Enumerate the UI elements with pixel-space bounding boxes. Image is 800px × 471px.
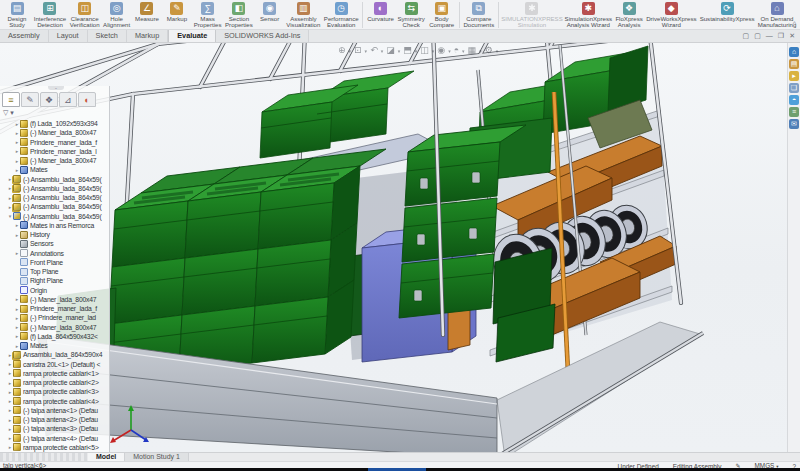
featuremanager-tab[interactable]: ≡: [2, 92, 20, 107]
tree-row[interactable]: ▸Annotations: [0, 249, 108, 258]
dimxpertmanager-tab[interactable]: ⊿: [59, 92, 77, 107]
tree-row[interactable]: ▸Mates in ans Remorca: [0, 221, 108, 230]
tree-row[interactable]: ▸(-) Maner_lada_800x47: [0, 323, 108, 332]
tab-evaluate[interactable]: Evaluate: [168, 30, 216, 42]
tree-row[interactable]: ▸(-) Maner_lada_800x47: [0, 128, 108, 137]
display-style-icon[interactable]: ◫: [420, 44, 429, 57]
splitter-stripes[interactable]: [0, 453, 88, 461]
tree-row[interactable]: ▸(-) talpa antena<2> (Defau: [0, 415, 108, 424]
interference-detection-button[interactable]: ⊞Interference Detection: [32, 1, 68, 29]
chevron-down-icon: ▾: [365, 48, 368, 54]
tab-assembly[interactable]: Assembly: [0, 30, 49, 42]
tree-row[interactable]: Origin: [0, 286, 108, 295]
tab-layout[interactable]: Layout: [49, 30, 88, 42]
design-study-button[interactable]: ▤Design Study▾: [2, 1, 32, 33]
displaymanager-tab[interactable]: ◐: [78, 92, 96, 107]
tree-row[interactable]: ▸(-) Ansamblu_lada_864x59(: [0, 184, 108, 193]
tree-row[interactable]: ▸Prindere_maner_lada_f: [0, 138, 108, 147]
custom-properties-icon[interactable]: ≡: [789, 107, 799, 117]
zoom-fit-icon[interactable]: ⊕: [338, 44, 346, 57]
ribbon-item-label: Clearance Verification: [70, 16, 100, 29]
tree-row[interactable]: ▸rampa protectie cablari<2>: [0, 378, 108, 387]
tree-row[interactable]: ▸canistra 20L<1> (Default) <: [0, 360, 108, 369]
tree-row[interactable]: ▸(-) Maner_lada_800x47: [0, 156, 108, 165]
measure-button[interactable]: ∠Measure: [132, 1, 162, 22]
tree-row[interactable]: ▸rampa protectie cablari<5>: [0, 443, 108, 452]
tree-filter[interactable]: ▽ ▾: [3, 109, 14, 117]
tree-item-label: (-) Maner_lada_800x47: [30, 324, 96, 331]
markup-button[interactable]: ✎Markup: [162, 1, 192, 22]
on-demand-manufacturing-button[interactable]: ⌂On Demand Manufacturing: [756, 1, 798, 29]
tree-row[interactable]: ▸Ansamblu_lada_864x590x4: [0, 350, 108, 359]
appearances-icon[interactable]: ◓: [789, 95, 799, 105]
design-library-icon[interactable]: ▤: [789, 59, 799, 69]
view-settings-icon[interactable]: ⚙: [485, 44, 493, 57]
tree-row[interactable]: ▸History: [0, 230, 108, 239]
tree-row[interactable]: ▸rampa protectie cablari<1>: [0, 369, 108, 378]
symmetry-check-button[interactable]: ⇆Symmetry Check: [396, 1, 427, 29]
previous-view-icon[interactable]: ↶: [370, 44, 378, 57]
panel-collapse-notch[interactable]: ⌄: [48, 86, 64, 90]
restore-button[interactable]: ❐: [778, 31, 784, 41]
hide-show-items-icon[interactable]: ◉: [437, 44, 445, 57]
minimize-button[interactable]: —: [766, 31, 773, 41]
solidworks-resources-icon[interactable]: ⌂: [789, 47, 799, 57]
tree-row[interactable]: ▸(f) Lada_1092x593x394: [0, 119, 108, 128]
apply-scene-icon[interactable]: ▦: [468, 44, 477, 57]
tab-markup[interactable]: Markup: [127, 30, 168, 42]
edit-appearance-icon[interactable]: ◓: [454, 44, 459, 57]
assembly-visualization-button[interactable]: ▥Assembly Visualization: [285, 1, 323, 29]
curvature-button[interactable]: ◐Curvature: [365, 1, 395, 22]
ribbon-collapse-chevron[interactable]: ^: [793, 20, 796, 27]
3d-viewport-scene[interactable]: [0, 43, 800, 452]
solidworks-forum-icon[interactable]: ✉: [789, 119, 799, 129]
tree-row[interactable]: ▸(-) Ansamblu_lada_864x59(: [0, 193, 108, 202]
tree-row[interactable]: ▸(-) Ansamblu_lada_864x59(: [0, 202, 108, 211]
tree-row[interactable]: ▸(-) Ansamblu_lada_864x59(: [0, 175, 108, 184]
graphics-viewport[interactable]: ⊕▾⊡▾↶▾◪▾⬒▾◫▾◉▾◓▾▦▾⚙▾ ⌂▤▸❏◓≡✉ ⌄ ≡✎❖⊿◐ ▽ ▾…: [0, 43, 800, 452]
tree-row[interactable]: ▸Prindere_maner_lada_f: [0, 304, 108, 313]
section-properties-button[interactable]: ◧Section Properties: [223, 1, 254, 29]
tab-solidworks-add-ins[interactable]: SOLIDWORKS Add-Ins: [216, 30, 309, 42]
compare-documents-button[interactable]: ⧉Compare Documents: [462, 1, 496, 29]
tree-row[interactable]: ▸(-) talpa antena<3> (Defau: [0, 424, 108, 433]
doc-tab-model[interactable]: Model: [88, 453, 125, 461]
tree-row[interactable]: ▸rampa protectie cablari<4>: [0, 397, 108, 406]
configurationmanager-tab[interactable]: ❖: [40, 92, 58, 107]
performance-evaluation-button[interactable]: ◷Performance Evaluation: [322, 1, 360, 29]
tree-row[interactable]: ▸(-) talpa antena<1> (Defau: [0, 406, 108, 415]
tab-sketch[interactable]: Sketch: [88, 30, 127, 42]
tree-row[interactable]: ▸Mates: [0, 165, 108, 174]
sensor-button[interactable]: ◉Sensor: [255, 1, 285, 22]
titlebar-button-a[interactable]: ▢: [743, 31, 750, 41]
simulationxpress-wizard-button[interactable]: ✱SimulationXpress Analysis Wizard: [563, 1, 614, 29]
view-orientation-icon[interactable]: ⬒: [403, 44, 412, 57]
tree-row[interactable]: ▸rampa protectie cablari<3>: [0, 387, 108, 396]
tree-row[interactable]: Front Plane: [0, 258, 108, 267]
right-storage-rack[interactable]: [472, 45, 676, 362]
tree-row[interactable]: Right Plane: [0, 276, 108, 285]
tree-row[interactable]: ▾(-) Ansamblu_lada_864x59(: [0, 212, 108, 221]
titlebar-button-b[interactable]: ▢: [754, 31, 761, 41]
tree-row[interactable]: ▸(-) Prindere_maner_lad: [0, 313, 108, 322]
hole-alignment-button[interactable]: ◎Hole Alignment: [101, 1, 132, 29]
driveworksxpress-wizard-button[interactable]: ◆DriveWorksXpress Wizard: [645, 1, 699, 29]
section-view-icon[interactable]: ◪: [386, 44, 395, 57]
mass-properties-button[interactable]: ∑Mass Properties: [192, 1, 223, 29]
body-compare-button[interactable]: ▣Body Compare: [427, 1, 457, 29]
tree-row[interactable]: ▸Mates: [0, 341, 108, 350]
zoom-to-area-icon[interactable]: ⊡: [354, 44, 362, 57]
close-button[interactable]: ✕: [789, 31, 795, 41]
tree-row[interactable]: ▸(-) Maner_lada_800x47: [0, 295, 108, 304]
file-explorer-icon[interactable]: ▸: [789, 71, 799, 81]
tree-row[interactable]: ▸(-) talpa antena<4> (Defau: [0, 434, 108, 443]
tree-row[interactable]: ▸Prindere_maner_lada_l: [0, 147, 108, 156]
tree-row[interactable]: ▸(f) Lada_864x590x432<: [0, 332, 108, 341]
tree-row[interactable]: Top Plane: [0, 267, 108, 276]
tree-row[interactable]: Sensors: [0, 239, 108, 248]
doc-tab-motion-study-1[interactable]: Motion Study 1: [125, 453, 189, 461]
sustainabilityxpress-button[interactable]: ⟳SustainabilityXpress: [698, 1, 756, 22]
propertymanager-tab[interactable]: ✎: [21, 92, 39, 107]
clearance-verification-button[interactable]: ◫Clearance Verification: [68, 1, 101, 29]
view-palette-icon[interactable]: ❏: [789, 83, 799, 93]
